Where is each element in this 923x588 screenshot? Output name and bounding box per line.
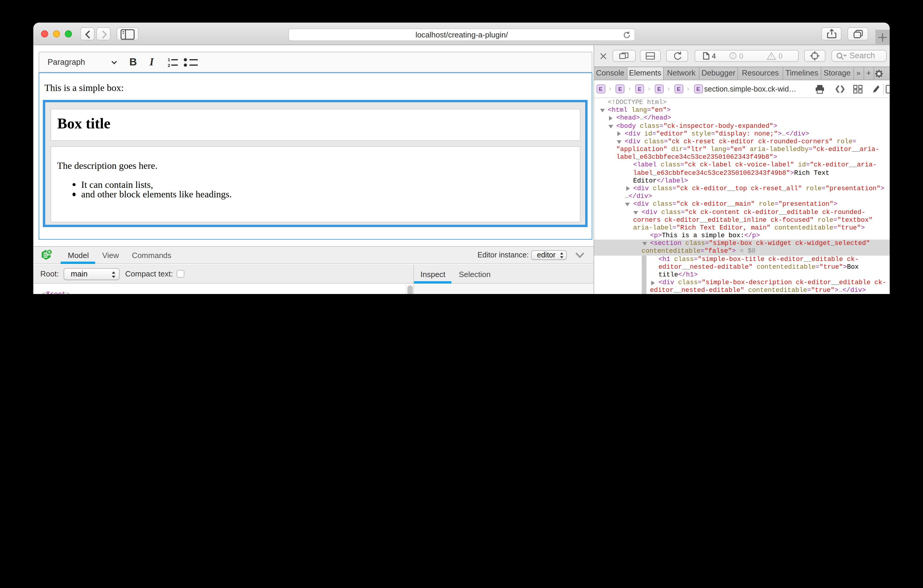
svg-text:4: 4 [712,52,716,60]
svg-text:5: 5 [48,250,51,255]
svg-text:0: 0 [778,52,782,60]
svg-text:!: ! [770,54,772,59]
svg-text:!: ! [732,53,734,59]
svg-text:2: 2 [168,63,170,68]
svg-text:0: 0 [739,52,743,60]
svg-text:1: 1 [168,57,170,62]
